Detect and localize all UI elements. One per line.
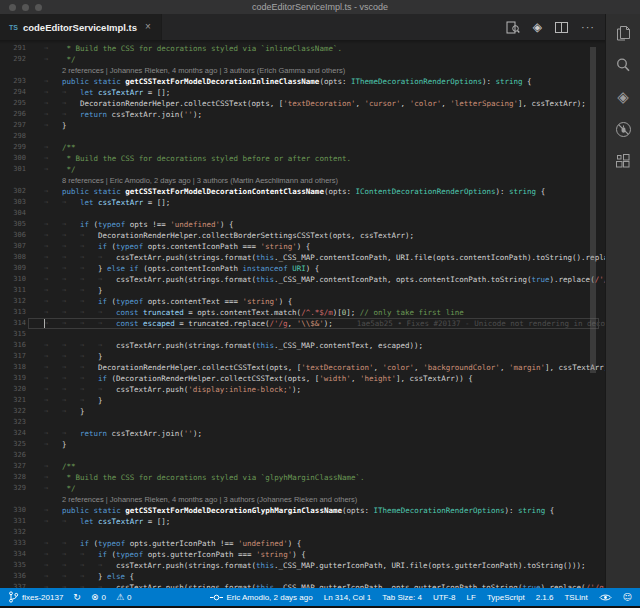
status-tab-size[interactable]: Tab Size: 4	[382, 593, 422, 602]
code-line-304[interactable]: 304	[0, 208, 605, 219]
code-line-320[interactable]: 320→→→→cssTextArr.push('display:inline-b…	[0, 384, 605, 395]
code-line-330[interactable]: 330→public static getCSSTextForModelDeco…	[0, 505, 605, 516]
code-line-296[interactable]: 296→→return cssTextArr.join('');	[0, 109, 605, 120]
code-line-302[interactable]: 302→public static getCSSTextForModelDeco…	[0, 186, 605, 197]
status-eol[interactable]: LF	[467, 593, 476, 602]
code-line-318[interactable]: 318→→→DecorationRenderHelper.collectCSST…	[0, 362, 605, 373]
status-encoding[interactable]: UTF-8	[433, 593, 456, 602]
status-tslint[interactable]: TSLint	[564, 593, 587, 602]
code-line-323[interactable]: 323	[0, 417, 605, 428]
code-line-300[interactable]: 300→ * Build the CSS for decorations sty…	[0, 153, 605, 164]
line-number[interactable]: 329	[0, 483, 26, 494]
minimize-window-icon[interactable]	[22, 4, 29, 11]
line-number[interactable]: 331	[0, 516, 26, 527]
code-line-309[interactable]: 309→→→} else if (opts.contentIconPath in…	[0, 263, 605, 274]
line-number[interactable]: 337	[0, 582, 26, 588]
code-line-306[interactable]: 306→→→DecorationRenderHelper.collectBord…	[0, 230, 605, 241]
code-line-298[interactable]: 298	[0, 131, 605, 142]
code-line-337[interactable]: 337→→→→cssTextArr.push(strings.format(th…	[0, 582, 605, 588]
line-number[interactable]: 302	[0, 186, 26, 197]
codelens[interactable]: 2 references | Johannes Rieken, 4 months…	[0, 65, 605, 76]
code-line-301[interactable]: 301→ */	[0, 164, 605, 175]
code-line-295[interactable]: 295→→DecorationRenderHelper.collectCSSTe…	[0, 98, 605, 109]
codelens[interactable]: 2 references | Johannes Rieken, 4 months…	[0, 494, 605, 505]
status-ts-version[interactable]: 2.1.6	[536, 593, 554, 602]
line-number[interactable]: 291	[0, 43, 26, 54]
line-number[interactable]: 307	[0, 241, 26, 252]
code-line-331[interactable]: 331→→let cssTextArr = [];	[0, 516, 605, 527]
line-number[interactable]: 313	[0, 307, 26, 318]
line-number[interactable]: 314	[0, 318, 26, 329]
status-errors[interactable]: ⊗0	[91, 593, 106, 602]
line-number[interactable]: 318	[0, 362, 26, 373]
line-number[interactable]: 332	[0, 527, 26, 538]
line-number[interactable]: 298	[0, 131, 26, 142]
status-cursor-position[interactable]: Ln 314, Col 1	[324, 593, 372, 602]
code-line-293[interactable]: 293→public static getCSSTextForModelDeco…	[0, 76, 605, 87]
more-actions-button[interactable]: ···	[581, 21, 595, 33]
code-line-329[interactable]: 329→ */	[0, 483, 605, 494]
split-editor-button[interactable]	[555, 22, 568, 33]
close-tab-icon[interactable]: ×	[145, 22, 151, 32]
open-changes-button[interactable]	[506, 21, 520, 34]
code-line-322[interactable]: 322→→}	[0, 406, 605, 417]
maximize-window-icon[interactable]	[35, 4, 42, 11]
status-warnings[interactable]: ⚠0	[116, 593, 132, 602]
line-number[interactable]: 292	[0, 54, 26, 65]
line-number[interactable]: 312	[0, 296, 26, 307]
status-git-branch[interactable]: fixes-20137	[8, 591, 63, 603]
line-number[interactable]: 294	[0, 87, 26, 98]
line-number[interactable]: 299	[0, 142, 26, 153]
line-number[interactable]: 326	[0, 450, 26, 461]
code-line-336[interactable]: 336→→→} else {	[0, 571, 605, 582]
line-number[interactable]: 324	[0, 428, 26, 439]
line-number[interactable]: 328	[0, 472, 26, 483]
line-number[interactable]: 308	[0, 252, 26, 263]
line-number[interactable]: 322	[0, 406, 26, 417]
code-line-316[interactable]: 316→→→→cssTextArr.push(strings.format(th…	[0, 340, 605, 351]
code-line-334[interactable]: 334→→→if (typeof opts.gutterIconPath ===…	[0, 549, 605, 560]
code-line-308[interactable]: 308→→→→cssTextArr.push(strings.format(th…	[0, 252, 605, 263]
close-window-icon[interactable]	[9, 4, 16, 11]
line-number[interactable]: 327	[0, 461, 26, 472]
code-line-314[interactable]: 314→→→→const escaped = truncated.replace…	[0, 318, 605, 329]
line-number[interactable]: 309	[0, 263, 26, 274]
code-line-327[interactable]: 327→/**	[0, 461, 605, 472]
code-line-315[interactable]: 315	[0, 329, 605, 340]
code-line-333[interactable]: 333→→if (typeof opts.gutterIconPath !== …	[0, 538, 605, 549]
code-line-321[interactable]: 321→→→}	[0, 395, 605, 406]
window-controls[interactable]	[9, 4, 42, 11]
line-number[interactable]: 320	[0, 384, 26, 395]
code-line-292[interactable]: 292→ */	[0, 54, 605, 65]
line-number[interactable]: 315	[0, 329, 26, 340]
code-line-335[interactable]: 335→→→→cssTextArr.push(strings.format(th…	[0, 560, 605, 571]
line-number[interactable]: 317	[0, 351, 26, 362]
vertical-scrollbar[interactable]	[590, 47, 596, 373]
code-line-305[interactable]: 305→→if (typeof opts !== 'undefined') {	[0, 219, 605, 230]
code-line-307[interactable]: 307→→→if (typeof opts.contentIconPath ==…	[0, 241, 605, 252]
activity-bar-debug[interactable]	[613, 119, 633, 139]
code-line-326[interactable]: 326	[0, 450, 605, 461]
line-number[interactable]: 333	[0, 538, 26, 549]
code-line-313[interactable]: 313→→→→const truncated = opts.contentTex…	[0, 307, 605, 318]
line-number[interactable]: 336	[0, 571, 26, 582]
line-number[interactable]: 330	[0, 505, 26, 516]
line-number[interactable]: 325	[0, 439, 26, 450]
code-editor[interactable]: 291→ * Build the CSS for decorations sty…	[0, 40, 605, 588]
line-number[interactable]: 335	[0, 560, 26, 571]
activity-bar-gitlens[interactable]: ◈	[613, 87, 633, 107]
code-line-297[interactable]: 297→}	[0, 120, 605, 131]
code-line-311[interactable]: 311→→→}	[0, 285, 605, 296]
code-line-324[interactable]: 324→→return cssTextArr.join('');	[0, 428, 605, 439]
code-line-303[interactable]: 303→→let cssTextArr = [];	[0, 197, 605, 208]
line-number[interactable]: 311	[0, 285, 26, 296]
line-number[interactable]: 296	[0, 109, 26, 120]
code-line-325[interactable]: 325→}	[0, 439, 605, 450]
code-line-312[interactable]: 312→→→if (typeof opts.contentText === 's…	[0, 296, 605, 307]
line-number[interactable]: 305	[0, 219, 26, 230]
line-number[interactable]: 316	[0, 340, 26, 351]
line-number[interactable]: 306	[0, 230, 26, 241]
code-line-328[interactable]: 328→ * Build the CSS for decorations sty…	[0, 472, 605, 483]
codelens[interactable]: 8 references | Eric Amodio, 2 days ago |…	[0, 175, 605, 186]
status-gitlens-toggle[interactable]	[599, 593, 612, 602]
